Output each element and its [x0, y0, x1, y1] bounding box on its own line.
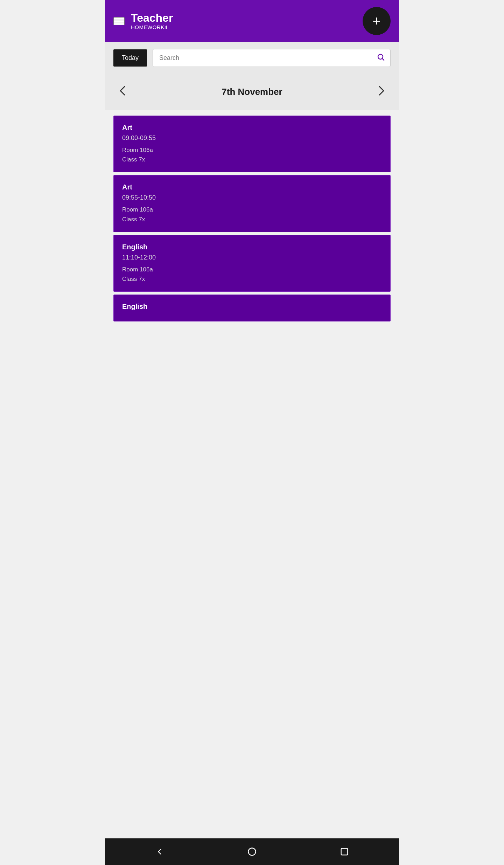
class-time: 09:55-10:50	[122, 194, 382, 201]
hamburger-line-3	[114, 23, 124, 25]
home-nav-button[interactable]	[240, 844, 264, 859]
search-input[interactable]	[153, 49, 391, 67]
current-date: 7th November	[222, 86, 282, 97]
class-name: Art	[122, 124, 382, 132]
header-left: Teacher HOMEWORK4	[113, 12, 173, 30]
back-nav-button[interactable]	[148, 844, 172, 859]
class-details: Room 106a Class 7x	[122, 145, 382, 164]
svg-rect-3	[341, 849, 348, 855]
class-time: 09:00-09:55	[122, 134, 382, 142]
header-title-group: Teacher HOMEWORK4	[131, 12, 173, 30]
app-title: Teacher	[131, 12, 173, 24]
search-container	[153, 49, 391, 67]
class-details: Room 106a Class 7x	[122, 205, 382, 224]
class-time: 11:10-12:00	[122, 254, 382, 261]
class-name: English	[122, 243, 382, 251]
prev-date-button[interactable]	[113, 82, 132, 102]
menu-button[interactable]	[113, 17, 125, 25]
class-card[interactable]: English11:10-12:00Room 106a Class 7x	[113, 235, 391, 292]
classes-list: Art09:00-09:55Room 106a Class 7xArt09:55…	[105, 110, 399, 838]
toolbar: Today	[105, 42, 399, 74]
app-header: Teacher HOMEWORK4 +	[105, 0, 399, 42]
recents-nav-button[interactable]	[332, 844, 356, 859]
hamburger-line-2	[114, 21, 124, 22]
app-subtitle: HOMEWORK4	[131, 24, 173, 30]
today-button[interactable]: Today	[113, 49, 147, 67]
date-nav: 7th November	[105, 74, 399, 110]
search-icon	[377, 53, 385, 63]
next-date-button[interactable]	[372, 82, 391, 102]
svg-line-1	[383, 58, 384, 60]
svg-point-2	[248, 848, 256, 856]
class-details: Room 106a Class 7x	[122, 265, 382, 284]
bottom-nav	[105, 838, 399, 865]
class-card[interactable]: Art09:00-09:55Room 106a Class 7x	[113, 116, 391, 172]
class-card[interactable]: Art09:55-10:50Room 106a Class 7x	[113, 175, 391, 232]
add-button[interactable]: +	[363, 7, 391, 35]
hamburger-line-1	[114, 18, 124, 19]
class-name: Art	[122, 183, 382, 191]
plus-icon: +	[372, 14, 380, 28]
class-name: English	[122, 303, 382, 311]
class-card[interactable]: English	[113, 295, 391, 321]
